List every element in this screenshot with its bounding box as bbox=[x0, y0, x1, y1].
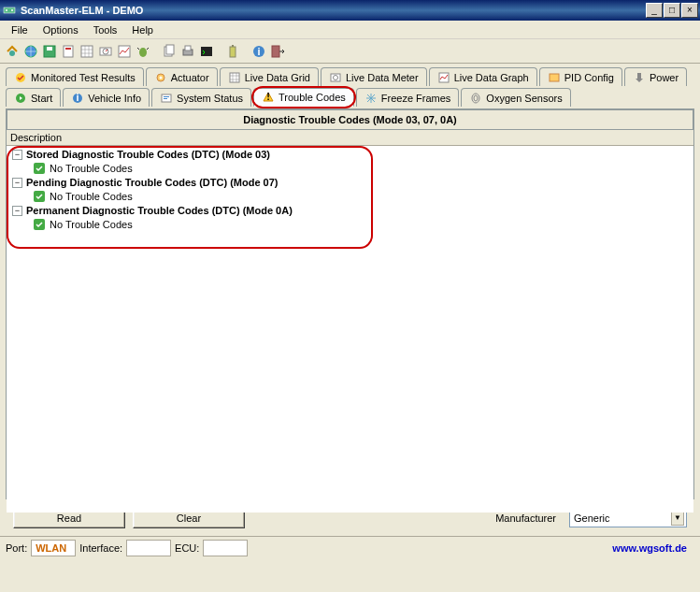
app-icon bbox=[2, 3, 17, 18]
tree-leaf[interactable]: No Trouble Codes bbox=[8, 217, 692, 232]
tab-label: Actuator bbox=[171, 72, 209, 83]
svg-point-2 bbox=[11, 9, 13, 11]
save-icon[interactable] bbox=[41, 43, 58, 60]
svg-rect-6 bbox=[47, 47, 52, 51]
bug-icon[interactable] bbox=[135, 43, 151, 60]
globe-icon[interactable] bbox=[22, 43, 39, 60]
menu-bar: File Options Tools Help bbox=[0, 21, 700, 39]
copy-icon[interactable] bbox=[161, 43, 178, 60]
doc-red-icon[interactable] bbox=[60, 43, 77, 60]
menu-options[interactable]: Options bbox=[36, 22, 86, 37]
tab-label: Start bbox=[31, 93, 52, 104]
svg-rect-20 bbox=[185, 46, 191, 51]
tab-actuator[interactable]: Actuator bbox=[146, 67, 218, 86]
node-label: Pending Diagnostic Trouble Codes (DTC) (… bbox=[26, 177, 279, 188]
menu-tools[interactable]: Tools bbox=[86, 22, 125, 37]
minimize-button[interactable]: _ bbox=[646, 3, 663, 18]
description-header: Description bbox=[7, 130, 693, 146]
menu-file[interactable]: File bbox=[4, 22, 36, 37]
collapse-icon[interactable]: − bbox=[12, 206, 22, 216]
website-link[interactable]: www.wgsoft.de bbox=[612, 542, 694, 554]
grid-icon bbox=[228, 71, 241, 84]
select-value: Generic bbox=[574, 513, 610, 524]
connect-icon[interactable] bbox=[4, 43, 21, 60]
svg-point-47 bbox=[474, 95, 478, 101]
svg-point-1 bbox=[6, 9, 7, 11]
tab-trouble-codes[interactable]: ! Trouble Codes bbox=[253, 88, 354, 107]
config-icon bbox=[548, 71, 561, 84]
chart-icon bbox=[437, 71, 450, 84]
status-bar: Port: WLAN Interface: ECU: www.wgsoft.de bbox=[0, 536, 700, 558]
tab-monitored-results[interactable]: Monitored Test Results bbox=[6, 67, 144, 86]
tab-live-data-meter[interactable]: Live Data Meter bbox=[321, 67, 427, 86]
svg-rect-30 bbox=[230, 73, 239, 82]
collapse-icon[interactable]: − bbox=[12, 178, 22, 188]
tree-node-permanent[interactable]: − Permanent Diagnostic Trouble Codes (DT… bbox=[8, 204, 692, 217]
tree-leaf[interactable]: No Trouble Codes bbox=[8, 189, 692, 204]
svg-text:i: i bbox=[257, 46, 260, 57]
maximize-button[interactable]: □ bbox=[664, 3, 680, 18]
leaf-label: No Trouble Codes bbox=[50, 219, 133, 230]
svg-point-29 bbox=[159, 76, 162, 79]
check-icon bbox=[14, 71, 27, 84]
power-icon bbox=[633, 71, 646, 84]
status-port-label: Port: bbox=[6, 542, 27, 554]
svg-rect-8 bbox=[65, 48, 71, 50]
close-button[interactable]: × bbox=[681, 3, 698, 18]
meter-icon bbox=[329, 71, 342, 84]
tab-live-data-grid[interactable]: Live Data Grid bbox=[220, 67, 319, 86]
ok-icon bbox=[33, 190, 46, 203]
tree-view: − Stored Diagnostic Trouble Codes (DTC) … bbox=[7, 146, 693, 513]
play-icon bbox=[14, 92, 27, 105]
exit-icon[interactable] bbox=[269, 43, 286, 60]
svg-rect-21 bbox=[201, 47, 212, 56]
tab-live-data-graph[interactable]: Live Data Graph bbox=[429, 67, 537, 86]
status-interface-value bbox=[126, 540, 171, 556]
tab-pid-config[interactable]: PID Config bbox=[539, 67, 622, 86]
svg-rect-23 bbox=[232, 45, 234, 47]
battery-icon[interactable] bbox=[224, 43, 241, 60]
tab-power[interactable]: Power bbox=[624, 67, 687, 86]
svg-rect-40 bbox=[164, 98, 167, 99]
tab-start[interactable]: Start bbox=[6, 88, 61, 107]
meter-icon[interactable] bbox=[97, 43, 114, 60]
gear-icon bbox=[154, 71, 167, 84]
svg-rect-7 bbox=[64, 46, 73, 57]
terminal-icon[interactable] bbox=[198, 43, 215, 60]
info-icon: i bbox=[71, 92, 84, 105]
tab-system-status[interactable]: System Status bbox=[151, 88, 251, 107]
status-interface-label: Interface: bbox=[79, 542, 122, 554]
chart-icon[interactable] bbox=[116, 43, 133, 60]
tab-freeze-frames[interactable]: Freeze Frames bbox=[356, 88, 460, 107]
svg-rect-18 bbox=[166, 45, 174, 54]
status-ecu-value bbox=[203, 540, 248, 556]
menu-help[interactable]: Help bbox=[124, 22, 161, 37]
tab-vehicle-info[interactable]: i Vehicle Info bbox=[63, 88, 150, 107]
tab-label: Freeze Frames bbox=[381, 93, 451, 104]
svg-rect-26 bbox=[272, 46, 279, 57]
info-icon[interactable]: i bbox=[250, 43, 267, 60]
collapse-icon[interactable]: − bbox=[12, 150, 22, 160]
tree-node-pending[interactable]: − Pending Diagnostic Trouble Codes (DTC)… bbox=[8, 176, 692, 189]
status-ecu-label: ECU: bbox=[175, 542, 199, 554]
svg-point-14 bbox=[139, 48, 147, 57]
tree-leaf[interactable]: No Trouble Codes bbox=[8, 161, 692, 176]
tab-label: PID Config bbox=[564, 72, 614, 83]
tab-label: Live Data Grid bbox=[245, 72, 310, 83]
svg-line-15 bbox=[137, 48, 139, 50]
leaf-label: No Trouble Codes bbox=[50, 163, 133, 174]
svg-text:!: ! bbox=[266, 92, 270, 102]
sensor-icon bbox=[469, 92, 482, 105]
tab-label: Vehicle Info bbox=[88, 93, 141, 104]
svg-rect-9 bbox=[81, 46, 93, 57]
svg-rect-39 bbox=[164, 96, 169, 97]
print-icon[interactable] bbox=[179, 43, 196, 60]
grid-icon[interactable] bbox=[79, 43, 95, 60]
node-label: Permanent Diagnostic Trouble Codes (DTC)… bbox=[26, 205, 293, 216]
tab-label: Power bbox=[650, 72, 679, 83]
tab-oxygen-sensors[interactable]: Oxygen Sensors bbox=[461, 88, 570, 107]
tabs-area: Monitored Test Results Actuator Live Dat… bbox=[0, 64, 700, 107]
manufacturer-label: Manufacturer bbox=[495, 513, 556, 524]
svg-line-16 bbox=[147, 48, 149, 50]
tree-node-stored[interactable]: − Stored Diagnostic Trouble Codes (DTC) … bbox=[8, 148, 692, 161]
